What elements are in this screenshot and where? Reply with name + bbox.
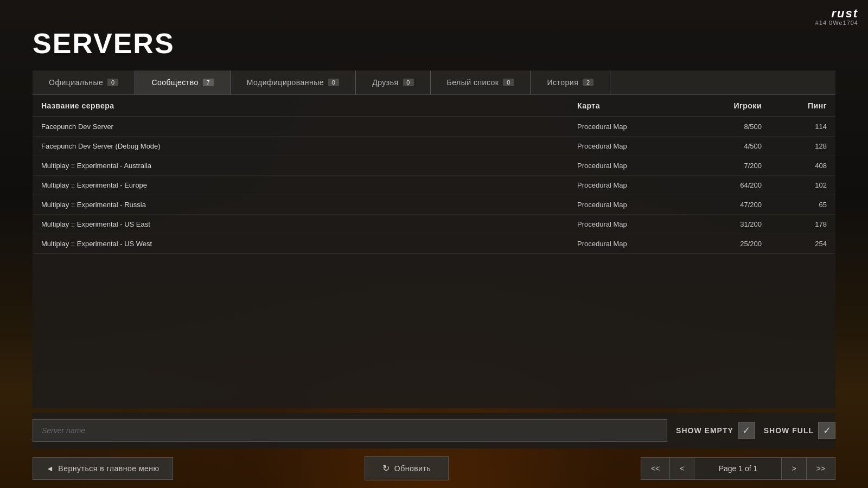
search-input[interactable] — [33, 419, 667, 442]
tab-friends[interactable]: Друзья0 — [356, 70, 430, 94]
pagination: << < Page 1 of 1 > >> — [641, 457, 835, 480]
page-info: Page 1 of 1 — [694, 457, 781, 480]
table-row[interactable]: Facepunch Dev Server Procedural Map 8/50… — [33, 117, 835, 137]
tab-community[interactable]: Сообщество7 — [135, 70, 230, 94]
tab-official[interactable]: Официальные0 — [33, 70, 135, 94]
ping-cell: 408 — [762, 162, 827, 170]
next-page-button[interactable]: > — [781, 457, 806, 480]
server-name-cell: Multiplay :: Experimental - US West — [41, 240, 577, 248]
ping-cell: 102 — [762, 181, 827, 189]
table-header: Название сервера Карта Игроки Пинг — [33, 95, 835, 117]
show-empty-checkbox[interactable]: ✓ — [738, 422, 755, 439]
column-header-map: Карта — [577, 101, 686, 110]
players-cell: 47/200 — [686, 201, 762, 209]
map-cell: Procedural Map — [577, 123, 686, 131]
server-name-cell: Multiplay :: Experimental - Europe — [41, 181, 577, 189]
prev-page-button[interactable]: < — [670, 457, 694, 480]
refresh-icon: ↻ — [382, 463, 390, 473]
back-button[interactable]: ◄ Вернуться в главное меню — [33, 457, 173, 480]
column-header-players: Игроки — [686, 101, 762, 110]
tab-label-official: Официальные — [49, 78, 103, 87]
players-cell: 4/500 — [686, 142, 762, 150]
tab-label-community: Сообщество — [151, 78, 198, 87]
rust-branding: rust #14 0We1704 — [815, 8, 858, 26]
tab-whitelist[interactable]: Белый список0 — [431, 70, 531, 94]
table-row[interactable]: Multiplay :: Experimental - Europe Proce… — [33, 176, 835, 195]
server-list-container: Название сервера Карта Игроки Пинг Facep… — [33, 95, 835, 408]
search-bar: SHOW EMPTY ✓ SHOW FULL ✓ — [33, 413, 835, 448]
ping-cell: 128 — [762, 142, 827, 150]
ping-cell: 114 — [762, 123, 827, 131]
map-cell: Procedural Map — [577, 220, 686, 228]
server-name-cell: Facepunch Dev Server (Debug Mode) — [41, 142, 577, 150]
tabs-bar: Официальные0Сообщество7Модифицированные0… — [33, 70, 835, 95]
show-full-checkbox[interactable]: ✓ — [818, 422, 835, 439]
checkmark-icon-2: ✓ — [823, 426, 831, 435]
ping-cell: 178 — [762, 220, 827, 228]
bottom-bar: ◄ Вернуться в главное меню ↻ Обновить <<… — [33, 448, 835, 488]
show-empty-filter: SHOW EMPTY ✓ — [676, 422, 755, 439]
map-cell: Procedural Map — [577, 240, 686, 248]
table-row[interactable]: Multiplay :: Experimental - US East Proc… — [33, 215, 835, 234]
column-header-ping: Пинг — [762, 101, 827, 110]
map-cell: Procedural Map — [577, 142, 686, 150]
tab-label-modded: Модифицированные — [247, 78, 324, 87]
table-row[interactable]: Facepunch Dev Server (Debug Mode) Proced… — [33, 137, 835, 156]
page-title: SERVERS — [33, 27, 835, 60]
first-page-button[interactable]: << — [641, 457, 670, 480]
server-name-cell: Multiplay :: Experimental - Australia — [41, 162, 577, 170]
tab-badge-history: 2 — [583, 79, 593, 86]
show-empty-label: SHOW EMPTY — [676, 426, 733, 435]
ping-cell: 65 — [762, 201, 827, 209]
players-cell: 7/200 — [686, 162, 762, 170]
tab-history[interactable]: История2 — [531, 70, 610, 94]
bottom-center: ↻ Обновить — [365, 456, 449, 480]
tab-label-whitelist: Белый список — [447, 78, 499, 87]
server-name-cell: Facepunch Dev Server — [41, 123, 577, 131]
table-row[interactable]: Multiplay :: Experimental - Australia Pr… — [33, 156, 835, 176]
map-cell: Procedural Map — [577, 162, 686, 170]
show-full-filter: SHOW FULL ✓ — [764, 422, 835, 439]
refresh-label: Обновить — [394, 464, 431, 473]
column-header-name: Название сервера — [41, 101, 577, 110]
players-cell: 8/500 — [686, 123, 762, 131]
last-page-button[interactable]: >> — [807, 457, 835, 480]
tab-label-history: История — [547, 78, 578, 87]
table-row[interactable]: Multiplay :: Experimental - Russia Proce… — [33, 195, 835, 215]
tab-badge-whitelist: 0 — [503, 79, 514, 86]
tab-badge-modded: 0 — [328, 79, 339, 86]
tab-badge-official: 0 — [107, 79, 118, 86]
server-name-cell: Multiplay :: Experimental - US East — [41, 220, 577, 228]
show-full-label: SHOW FULL — [764, 426, 814, 435]
refresh-button[interactable]: ↻ Обновить — [365, 456, 449, 480]
rust-title: rust — [815, 8, 858, 20]
tab-badge-friends: 0 — [403, 79, 414, 86]
tab-label-friends: Друзья — [372, 78, 398, 87]
table-body: Facepunch Dev Server Procedural Map 8/50… — [33, 117, 835, 408]
players-cell: 25/200 — [686, 240, 762, 248]
tab-badge-community: 7 — [203, 79, 214, 86]
server-name-cell: Multiplay :: Experimental - Russia — [41, 201, 577, 209]
players-cell: 31/200 — [686, 220, 762, 228]
checkmark-icon: ✓ — [742, 426, 750, 435]
map-cell: Procedural Map — [577, 181, 686, 189]
map-cell: Procedural Map — [577, 201, 686, 209]
back-button-label: Вернуться в главное меню — [58, 464, 159, 473]
table-row[interactable]: Multiplay :: Experimental - US West Proc… — [33, 234, 835, 254]
tab-modded[interactable]: Модифицированные0 — [231, 70, 356, 94]
ping-cell: 254 — [762, 240, 827, 248]
arrow-left-icon: ◄ — [46, 464, 54, 473]
players-cell: 64/200 — [686, 181, 762, 189]
rust-id: #14 0We1704 — [815, 20, 858, 26]
